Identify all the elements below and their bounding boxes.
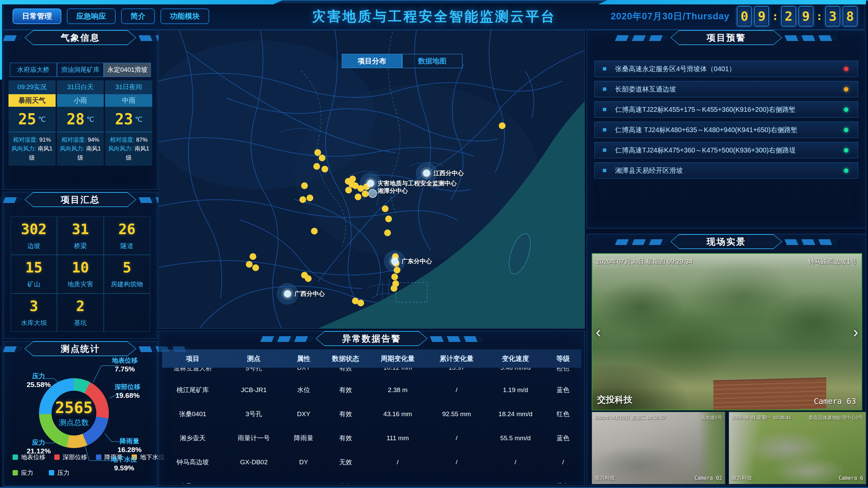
project-dot[interactable]: [305, 275, 312, 282]
warning-list-item[interactable]: 仁博高速TJ24标K475+360～K475+500(K936+300)右侧路堤: [594, 142, 858, 158]
weather-temperature: 23℃: [105, 107, 152, 132]
summary-label: 隧道: [120, 242, 133, 250]
project-dot[interactable]: [299, 196, 306, 203]
temperature-unit: ℃: [86, 115, 94, 123]
alerts-panel: 异常数据告警 项目测点属性数据状态周期变化量累计变化量变化速度等级道林互通大桥5…: [158, 331, 585, 486]
weather-tab-1[interactable]: 水府庙大桥: [10, 63, 57, 77]
slice-pct: 21.12%: [17, 447, 61, 455]
project-dot[interactable]: [391, 285, 397, 292]
map-area[interactable]: 灾害地质与工程安全监测中心湘潭分中心江西分中心广东分中心广西分中心 项目分布数据…: [158, 30, 585, 329]
left-edge-accent: [0, 0, 2, 80]
camera-id-label: Camera 63: [814, 397, 856, 406]
slice-name: 压力: [17, 372, 61, 380]
summary-cell-隧道: 26隧道: [104, 217, 150, 255]
warning-list-item[interactable]: 长韶娄道林互通边坡: [594, 81, 858, 97]
camera-thumbnail-1[interactable]: 2020年06月02日 星期二 06:55:57清水塘1号致力科技Camera …: [592, 412, 725, 484]
alerts-cell-cycle: 43.16 mm: [368, 410, 427, 418]
weather-tab-3[interactable]: 永定0401滑坡: [104, 63, 151, 77]
camera-thumbnail-2[interactable]: 2020-06-01 星期一 10:36:41娄底固体废物处理中心2号致力科技C…: [729, 412, 866, 484]
warning-list-item[interactable]: 仁博高速TJ22标K455+175～K455+360(K916+200)右侧路堑: [594, 101, 858, 118]
project-dot[interactable]: [362, 190, 369, 197]
top-right-accent-bar: [598, 0, 866, 4]
project-summary-panel: 项目汇总 302边坡31桥梁26隧道15矿山10地质灾害5房建构筑物3水库大坝2…: [3, 192, 157, 339]
warning-bullet-icon: [603, 87, 606, 91]
alerts-header-row: 项目测点属性数据状态周期变化量累计变化量变化速度等级: [162, 349, 581, 368]
project-dot[interactable]: [311, 228, 318, 235]
project-dot[interactable]: [357, 300, 364, 306]
alerts-cell-project: 张桑0401: [162, 482, 223, 484]
donut-center: 2565 测点总数: [52, 391, 96, 435]
clock-digit-6: 8: [843, 6, 857, 26]
project-dot[interactable]: [345, 187, 352, 194]
nav-button-1[interactable]: 日常管理: [13, 8, 61, 24]
nav-button-2[interactable]: 应急响应: [67, 8, 116, 24]
humidity-label: 相对湿度:: [61, 137, 86, 143]
table-row[interactable]: 钟马高边坡GX-DB02DY无效////: [162, 450, 581, 474]
project-dot[interactable]: [349, 181, 355, 188]
slice-name: 应力: [17, 439, 61, 447]
project-dot[interactable]: [357, 185, 364, 192]
thumb-site-name: 清水塘1号: [701, 415, 722, 421]
center-sublabel: 湘潭分中心: [377, 187, 408, 194]
legend-item-应力[interactable]: 应力: [13, 469, 33, 477]
project-dot[interactable]: [394, 267, 400, 273]
project-dot[interactable]: [321, 166, 328, 172]
temperature-unit: ℃: [38, 115, 46, 123]
project-dot[interactable]: [246, 261, 253, 268]
summary-label: 矿山: [27, 280, 40, 289]
wind-line: 风向风力: 南风1级: [59, 144, 102, 162]
slice-name: 深部位移: [105, 383, 150, 391]
project-dot[interactable]: [355, 194, 361, 200]
table-row[interactable]: 张桑04013号孔DXY有效43.16 mm92.55 mm18.24 mm/d…: [162, 402, 581, 426]
warning-list-item[interactable]: 张桑高速永定服务区4号滑坡体（0401）: [594, 61, 858, 77]
summary-label: 基坑: [74, 319, 87, 327]
project-dot[interactable]: [314, 149, 321, 156]
alerts-cell-cycle: 111 mm: [368, 434, 427, 442]
map-tab-1[interactable]: 项目分布: [342, 54, 402, 68]
slice-name: 地下水位: [102, 456, 146, 464]
weather-columns: 09:29实况暴雨天气25℃相对湿度: 91%风向风力: 南风1级31日白天小雨…: [8, 80, 152, 166]
project-dot[interactable]: [313, 163, 320, 170]
warning-list-item[interactable]: 仁博高速 TJ24标K480+635～K480+940(K941+650)右侧路…: [594, 122, 858, 138]
project-dot[interactable]: [250, 253, 256, 260]
legend-label: 应力: [21, 469, 33, 477]
nav-button-3[interactable]: 简介: [121, 8, 155, 24]
alerts-cell-speed: /: [486, 459, 545, 466]
warning-list-item[interactable]: 湘潭县天易经开区滑坡: [594, 162, 858, 179]
project-dot[interactable]: [307, 195, 313, 201]
center-label: 广西分中心: [294, 290, 325, 297]
project-dot[interactable]: [319, 155, 326, 161]
legend-item-压力[interactable]: 压力: [49, 469, 70, 477]
alerts-cell-point: ZS0401-DB1: [223, 483, 284, 484]
map-tab-2[interactable]: 数据地图: [402, 54, 462, 68]
alerts-cell-attr: DY: [284, 459, 323, 466]
banner-wing-left-icon: [615, 35, 668, 41]
alerts-cell-cycle: 10.12 mm: [368, 368, 427, 371]
weather-condition: 中雨: [105, 94, 152, 107]
project-dot[interactable]: [382, 205, 389, 212]
table-row[interactable]: 湘乡壶天雨量计一号降雨量有效111 mm/55.5 mm/d蓝色: [162, 426, 581, 450]
summary-cell-房建构筑物: 5房建构筑物: [104, 255, 150, 293]
project-dot[interactable]: [391, 273, 398, 280]
weather-details: 相对湿度: 87%风向风力: 南风1级: [105, 132, 152, 166]
summary-cell-矿山: 15矿山: [11, 255, 57, 293]
project-dot[interactable]: [499, 122, 506, 129]
project-dot[interactable]: [301, 182, 308, 189]
camera-prev-arrow-icon[interactable]: ‹: [596, 324, 601, 340]
alerts-cell-point: 雨量计一号: [223, 434, 284, 443]
table-row[interactable]: 桃江尾矿库JCB-JR1水位有效2.38 m/1.19 m/d蓝色: [162, 378, 581, 402]
project-dot[interactable]: [384, 229, 391, 236]
nav-button-4[interactable]: 功能模块: [160, 8, 209, 24]
project-dot[interactable]: [252, 264, 259, 271]
weather-tab-2[interactable]: 滑油洞尾矿库: [57, 63, 104, 77]
weather-column-1: 09:29实况暴雨天气25℃相对湿度: 91%风向风力: 南风1级: [8, 80, 56, 166]
warning-status-dot-green: [844, 148, 848, 152]
project-dot[interactable]: [385, 216, 392, 222]
table-row[interactable]: 张桑0401ZS0401-DB1DXY有效8.86 mm23.16mm3.83 …: [162, 474, 581, 484]
camera-next-arrow-icon[interactable]: ›: [853, 324, 858, 340]
banner-wing-left-icon: [0, 35, 22, 41]
project-summary-title: 项目汇总: [61, 194, 100, 206]
alerts-cell-speed: 18.24 mm/d: [486, 410, 545, 418]
table-row[interactable]: 道林互通大桥5号孔DXY有效10.12 mm15.975.46 mm/d橙色: [162, 368, 581, 378]
alerts-cell-total: 23.16mm: [427, 483, 486, 484]
